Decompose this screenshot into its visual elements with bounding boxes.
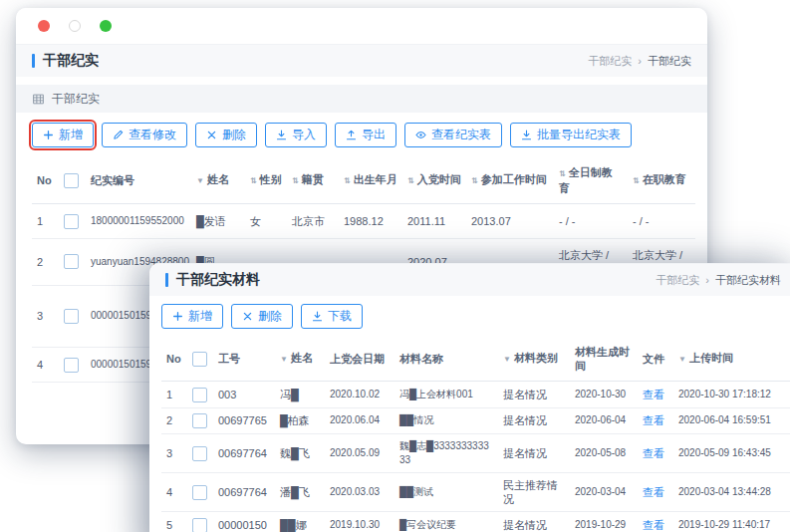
- breadcrumb-root[interactable]: 干部纪实: [656, 273, 699, 288]
- export-button[interactable]: 导出: [335, 123, 396, 147]
- view-record-sheet-button[interactable]: 查看纪实表: [404, 123, 502, 147]
- cell-material-category: 民主推荐情况: [503, 479, 558, 505]
- view-edit-button[interactable]: 查看修改: [102, 123, 187, 147]
- row-checkbox[interactable]: [192, 446, 207, 461]
- breadcrumb-root[interactable]: 干部纪实: [588, 54, 632, 69]
- row-checkbox[interactable]: [64, 358, 79, 373]
- sort-icon[interactable]: ⇅: [471, 176, 478, 185]
- cell-no: 1: [166, 389, 172, 400]
- column-header-inservice-education[interactable]: ⇅在职教育: [628, 157, 695, 204]
- row-checkbox[interactable]: [192, 518, 207, 532]
- view-file-link[interactable]: 查看: [643, 414, 664, 426]
- cell-employee-id: 00697764: [218, 447, 267, 459]
- row-checkbox[interactable]: [192, 413, 207, 428]
- row-checkbox[interactable]: [192, 485, 207, 500]
- select-all-checkbox[interactable]: [192, 352, 207, 367]
- filter-icon[interactable]: ▼: [280, 355, 288, 364]
- cell-fulltime-education: - / -: [559, 215, 576, 227]
- minimize-window-button[interactable]: [69, 20, 81, 32]
- filter-icon[interactable]: ▼: [196, 176, 204, 185]
- column-label: 材料名称: [399, 353, 443, 365]
- column-header-gender[interactable]: ⇅性别: [245, 157, 287, 204]
- column-header-birth-date[interactable]: ⇅出生年月: [339, 157, 402, 204]
- cell-meeting-date: 2020.06.04: [330, 414, 380, 425]
- sort-icon[interactable]: ⇅: [407, 176, 414, 185]
- cell-employee-id: 003: [218, 389, 236, 400]
- filter-icon[interactable]: ▼: [503, 355, 511, 364]
- column-header-name[interactable]: ▼姓名: [191, 157, 245, 204]
- breadcrumb-separator-icon: ›: [705, 274, 709, 286]
- breadcrumb-current: 干部纪实: [648, 54, 691, 69]
- row-checkbox[interactable]: [64, 214, 79, 229]
- import-icon: [276, 130, 287, 140]
- download-material-button[interactable]: 下载: [301, 304, 363, 329]
- sort-icon[interactable]: ⇅: [633, 176, 640, 185]
- column-header-work-start-date[interactable]: ⇅参加工作时间: [466, 157, 554, 204]
- cell-material-category: 提名情况: [503, 414, 547, 426]
- page-title: 干部纪实材料: [165, 271, 260, 289]
- cell-material-category: 提名情况: [503, 447, 547, 459]
- column-header-party-join-date[interactable]: ⇅入党时间: [402, 157, 466, 204]
- column-header-file: 文件: [638, 337, 673, 382]
- button-label: 批量导出纪实表: [537, 129, 621, 141]
- column-header-select[interactable]: [56, 157, 86, 204]
- close-icon: [242, 311, 253, 322]
- row-checkbox[interactable]: [64, 254, 79, 269]
- column-header-upload-time[interactable]: ▼上传时间: [673, 337, 790, 382]
- cell-no: 3: [37, 310, 43, 322]
- column-header-material-category[interactable]: ▼材料类别: [498, 337, 570, 382]
- add-record-button[interactable]: 新增: [32, 123, 94, 147]
- add-material-button[interactable]: 新增: [161, 304, 223, 329]
- table-row: 118000001159552000█发语女北京市1988.122011.112…: [32, 204, 695, 239]
- header-row: No工号▼姓名上党会日期材料名称▼材料类别材料生成时间文件▼上传时间: [161, 337, 790, 382]
- column-header-select[interactable]: [185, 337, 213, 382]
- column-label: 在职教育: [643, 173, 686, 185]
- view-file-link[interactable]: 查看: [643, 389, 664, 400]
- column-label: 上党会日期: [330, 353, 385, 365]
- column-header-name[interactable]: ▼姓名: [275, 337, 325, 382]
- materials-table: No工号▼姓名上党会日期材料名称▼材料类别材料生成时间文件▼上传时间1003冯█…: [149, 337, 790, 532]
- table-row: 400697764潘█飞2020.03.03██测试民主推荐情况2020-03-…: [161, 473, 790, 512]
- delete-record-button[interactable]: 删除: [195, 123, 257, 147]
- cell-material-name: ██测试: [399, 486, 433, 497]
- column-header-native-place[interactable]: ⇅籍贯: [287, 157, 339, 204]
- sort-icon[interactable]: ⇅: [250, 176, 257, 185]
- cell-no: 4: [37, 359, 43, 371]
- filter-icon[interactable]: ▼: [678, 355, 686, 364]
- export-icon: [346, 130, 357, 140]
- sort-icon[interactable]: ⇅: [292, 176, 299, 185]
- view-file-link[interactable]: 查看: [643, 486, 664, 498]
- eye-icon: [415, 130, 426, 140]
- cell-gender: 女: [250, 215, 261, 227]
- close-window-button[interactable]: [38, 20, 50, 32]
- cell-meeting-date: 2020.03.03: [330, 486, 380, 497]
- row-checkbox[interactable]: [192, 388, 207, 402]
- row-checkbox[interactable]: [64, 309, 79, 324]
- cell-material-category: 提名情况: [503, 519, 547, 531]
- column-header-no: No: [161, 337, 185, 382]
- batch-export-button[interactable]: 批量导出纪实表: [510, 123, 632, 147]
- view-file-link[interactable]: 查看: [643, 447, 664, 459]
- section-header: 干部纪实: [16, 85, 707, 113]
- cell-inservice-education: - / -: [633, 215, 650, 227]
- close-icon: [206, 130, 217, 140]
- select-all-checkbox[interactable]: [64, 173, 79, 188]
- view-file-link[interactable]: 查看: [643, 519, 664, 531]
- import-button[interactable]: 导入: [265, 123, 327, 147]
- column-label: 入党时间: [417, 173, 461, 185]
- cell-name: 魏█飞: [280, 447, 310, 459]
- edit-icon: [113, 130, 124, 140]
- page-header: 干部纪实材料 干部纪实 › 干部纪实材料: [149, 263, 790, 296]
- cell-generated-date: 2020-03-04: [575, 486, 626, 497]
- button-label: 查看纪实表: [431, 129, 491, 141]
- zoom-window-button[interactable]: [100, 20, 112, 32]
- cell-no: 1: [37, 215, 43, 227]
- sort-icon[interactable]: ⇅: [344, 176, 351, 185]
- breadcrumb: 干部纪实 › 干部纪实: [588, 54, 691, 69]
- table-row: 200697765█柏森2020.06.04██情况提名情况2020-06-04…: [161, 407, 790, 434]
- materials-toolbar: 新增 删除 下载: [149, 296, 790, 337]
- delete-material-button[interactable]: 删除: [231, 304, 293, 329]
- sort-icon[interactable]: ⇅: [559, 169, 566, 178]
- title-accent-bar: [32, 54, 35, 68]
- column-header-fulltime-education[interactable]: ⇅全日制教育: [554, 157, 628, 204]
